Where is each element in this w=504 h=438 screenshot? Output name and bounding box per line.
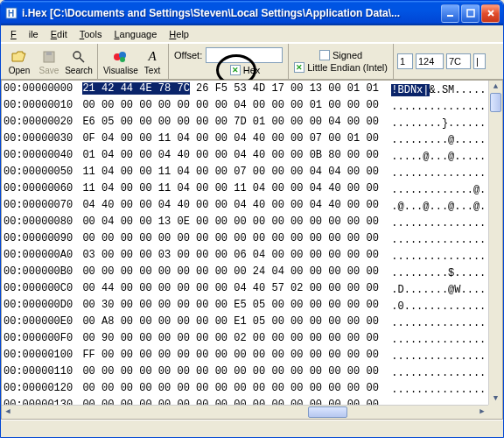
hex-row[interactable]: 00:00000000 21 42 44 4E 78 7C 26 F5 53 4… <box>4 82 494 99</box>
hex-row[interactable]: 00:000000A0 03 00 00 00 03 00 00 00 06 0… <box>4 249 494 265</box>
close-button[interactable] <box>481 4 500 23</box>
hex-bytes[interactable]: 00 00 00 00 00 00 00 00 04 00 00 00 01 0… <box>73 99 379 116</box>
hex-row[interactable]: 00:000000B0 00 00 00 00 00 00 00 00 00 2… <box>4 265 494 282</box>
visualise-button[interactable]: Visualise <box>102 48 140 75</box>
ascii-col[interactable]: ................ <box>379 166 494 182</box>
offset-col: 00:00000080 <box>4 215 73 232</box>
hex-bytes[interactable]: 0F 04 00 00 11 04 00 00 04 40 00 00 07 0… <box>73 132 379 149</box>
hex-bytes[interactable]: 00 30 00 00 00 00 00 00 E5 05 00 00 00 0… <box>73 299 379 315</box>
ascii-col[interactable]: .0.............. <box>379 299 494 315</box>
hex-row[interactable]: 00:00000070 04 40 00 00 04 40 00 00 04 4… <box>4 199 494 215</box>
scrollbar-corner <box>488 405 502 419</box>
hex-bytes[interactable]: 11 04 00 00 11 04 00 00 07 00 00 00 04 0… <box>73 166 379 182</box>
ascii-col[interactable]: ................ <box>379 332 494 349</box>
menu-file[interactable]: File <box>4 27 45 41</box>
hex-row[interactable]: 00:00000060 11 04 00 00 11 04 00 00 11 0… <box>4 182 494 199</box>
folder-open-icon <box>4 48 34 66</box>
value-byte-input[interactable] <box>397 53 413 69</box>
offset-col: 00:00000120 <box>4 382 73 399</box>
scrollbar-thumb[interactable] <box>308 406 347 418</box>
ascii-col[interactable]: ................ <box>379 215 494 232</box>
hex-bytes[interactable]: 00 A8 00 00 00 00 00 00 E1 05 00 00 00 0… <box>73 315 379 332</box>
ascii-col[interactable]: ................ <box>379 349 494 365</box>
offset-col: 00:00000100 <box>4 349 73 365</box>
value-dec-input[interactable] <box>416 53 444 69</box>
offset-label: Offset: <box>174 50 202 60</box>
text-button[interactable]: A Text <box>140 48 164 75</box>
hex-bytes[interactable]: 11 04 00 00 11 04 00 00 11 04 00 00 04 4… <box>73 182 379 199</box>
ascii-col[interactable]: !BDNx|&.SM...... <box>379 82 494 99</box>
hex-row[interactable]: 00:00000090 00 00 00 00 00 00 00 00 00 0… <box>4 232 494 249</box>
menu-edit[interactable]: Edit <box>45 27 74 41</box>
hex-editor[interactable]: 00:00000000 21 42 44 4E 78 7C 26 F5 53 4… <box>1 80 503 420</box>
ascii-col[interactable]: ................ <box>379 232 494 249</box>
little-endian-checkbox[interactable]: ✕ Little Endian (Intel) <box>294 62 388 73</box>
scroll-down-icon[interactable]: ▼ <box>489 392 502 405</box>
ascii-col[interactable]: .............@.. <box>379 182 494 199</box>
hex-bytes[interactable]: 00 00 00 00 00 00 00 00 00 00 00 00 00 0… <box>73 232 379 249</box>
hex-row[interactable]: 00:000000E0 00 A8 00 00 00 00 00 00 E1 0… <box>4 315 494 332</box>
hex-row[interactable]: 00:00000010 00 00 00 00 00 00 00 00 04 0… <box>4 99 494 116</box>
offset-hex-checkbox[interactable]: ✕ Hex <box>230 65 261 75</box>
hex-bytes[interactable]: 00 44 00 00 00 00 00 00 04 40 57 02 00 0… <box>73 282 379 299</box>
ascii-col[interactable]: .....@...@...... <box>379 149 494 166</box>
ascii-col[interactable]: ................ <box>379 382 494 399</box>
hex-row[interactable]: 00:00000030 0F 04 00 00 11 04 00 00 04 4… <box>4 132 494 149</box>
hex-bytes[interactable]: E6 05 00 00 00 00 00 00 7D 01 00 00 00 0… <box>73 116 379 132</box>
scrollbar-thumb[interactable] <box>490 93 501 112</box>
hex-row[interactable]: 00:00000100 FF 00 00 00 00 00 00 00 00 0… <box>4 349 494 365</box>
offset-col: 00:00000090 <box>4 232 73 249</box>
scroll-up-icon[interactable]: ▲ <box>489 81 502 93</box>
hex-row[interactable]: 00:00000020 E6 05 00 00 00 00 00 00 7D 0… <box>4 116 494 132</box>
ascii-col[interactable]: .D.......@W..... <box>379 282 494 299</box>
horizontal-scrollbar[interactable]: ◀ ▶ <box>2 405 488 419</box>
value-hex-input[interactable] <box>446 53 471 69</box>
scroll-left-icon[interactable]: ◀ <box>2 406 14 419</box>
search-icon <box>64 48 94 66</box>
hex-bytes[interactable]: 00 00 00 00 00 00 00 00 00 00 00 00 00 0… <box>73 365 379 382</box>
hex-row[interactable]: 00:000000C0 00 44 00 00 00 00 00 00 04 4… <box>4 282 494 299</box>
menu-language[interactable]: Language <box>108 27 163 41</box>
floppy-icon <box>34 48 64 66</box>
scroll-right-icon[interactable]: ▶ <box>476 406 488 419</box>
palette-icon <box>102 48 140 66</box>
offset-col: 00:000000E0 <box>4 315 73 332</box>
maximize-button[interactable] <box>461 4 480 23</box>
signed-checkbox[interactable]: Signed <box>319 50 362 60</box>
hex-row[interactable]: 00:00000120 00 00 00 00 00 00 00 00 00 0… <box>4 382 494 399</box>
hex-row[interactable]: 00:000000F0 00 90 00 00 00 00 00 00 02 0… <box>4 332 494 349</box>
checkbox-unchecked-icon <box>319 50 330 60</box>
hex-row[interactable]: 00:00000110 00 00 00 00 00 00 00 00 00 0… <box>4 365 494 382</box>
ascii-col[interactable]: ........}....... <box>379 116 494 132</box>
hex-bytes[interactable]: FF 00 00 00 00 00 00 00 00 00 00 00 00 0… <box>73 349 379 365</box>
hex-bytes[interactable]: 00 04 00 00 13 0E 00 00 00 00 00 00 00 0… <box>73 215 379 232</box>
ascii-col[interactable]: .........$...... <box>379 265 494 282</box>
open-button[interactable]: Open <box>4 48 34 75</box>
hex-bytes[interactable]: 01 04 00 00 04 40 00 00 04 40 00 00 0B 8… <box>73 149 379 166</box>
hex-bytes[interactable]: 00 00 00 00 00 00 00 00 00 24 04 00 00 0… <box>73 265 379 282</box>
hex-bytes[interactable]: 04 40 00 00 04 40 00 00 04 40 00 00 04 4… <box>73 199 379 215</box>
menu-help[interactable]: Help <box>163 27 195 41</box>
vertical-scrollbar[interactable]: ▲ ▼ <box>488 81 502 405</box>
ascii-col[interactable]: ................ <box>379 365 494 382</box>
hex-bytes[interactable]: 03 00 00 00 03 00 00 00 06 04 00 00 00 0… <box>73 249 379 265</box>
titlebar[interactable]: H i.Hex [C:\Documents and Settings\Steve… <box>1 1 503 25</box>
save-button[interactable]: Save <box>34 48 64 75</box>
ascii-col[interactable]: ................ <box>379 99 494 116</box>
hex-bytes[interactable]: 00 00 00 00 00 00 00 00 00 00 00 00 00 0… <box>73 382 379 399</box>
offset-input[interactable] <box>206 47 283 63</box>
minimize-button[interactable] <box>441 4 459 23</box>
hex-row[interactable]: 00:00000080 00 04 00 00 13 0E 00 00 00 0… <box>4 215 494 232</box>
hex-bytes[interactable]: 00 90 00 00 00 00 00 00 02 00 00 00 00 0… <box>73 332 379 349</box>
menu-tools[interactable]: Tools <box>74 27 108 41</box>
ascii-col[interactable]: .........@...... <box>379 132 494 149</box>
search-button[interactable]: Search <box>64 48 94 75</box>
hex-row[interactable]: 00:00000050 11 04 00 00 11 04 00 00 07 0… <box>4 166 494 182</box>
hex-row[interactable]: 00:000000D0 00 30 00 00 00 00 00 00 E5 0… <box>4 299 494 315</box>
hex-bytes[interactable]: 21 42 44 4E 78 7C 26 F5 53 4D 17 00 13 0… <box>73 82 379 99</box>
ascii-col[interactable]: ................ <box>379 315 494 332</box>
value-char-input[interactable] <box>473 53 486 69</box>
hex-row[interactable]: 00:00000040 01 04 00 00 04 40 00 00 04 4… <box>4 149 494 166</box>
ascii-col[interactable]: ................ <box>379 249 494 265</box>
ascii-col[interactable]: .@...@...@...@.. <box>379 199 494 215</box>
